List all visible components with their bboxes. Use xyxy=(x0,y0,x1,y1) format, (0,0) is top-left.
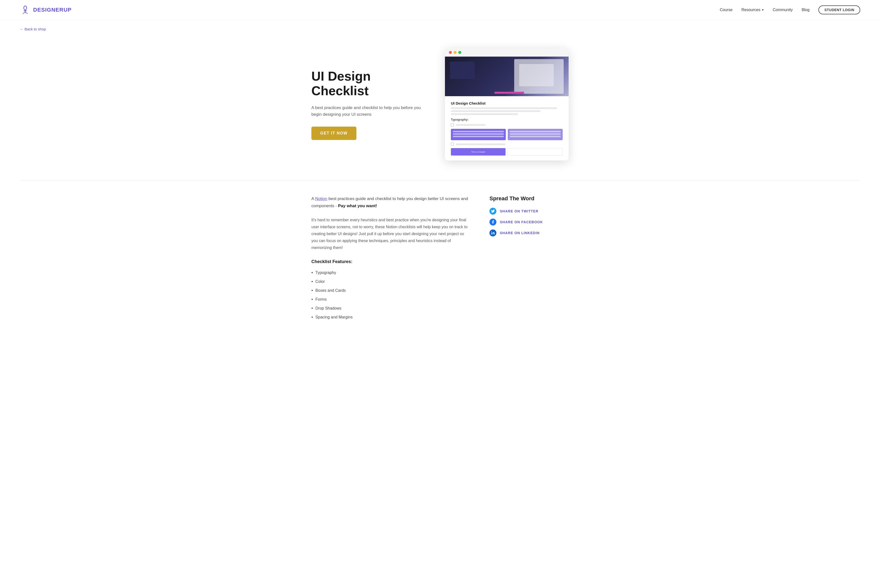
intro-prefix: A xyxy=(311,196,315,201)
mockup-image-area xyxy=(445,57,569,96)
mockup-text-1 xyxy=(451,107,557,109)
mockup-checkbox-text xyxy=(456,124,485,126)
mockup-checkbox-row xyxy=(451,123,563,126)
checklist-title: Checklist Features: xyxy=(311,259,470,264)
hero-description: A best practices guide and checklist to … xyxy=(311,104,430,118)
content-left: A Notion best practices guide and checkl… xyxy=(311,195,470,322)
share-facebook[interactable]: SHARE ON FACEBOOK xyxy=(490,219,569,225)
mockup-checkbox-2 xyxy=(451,142,454,146)
checklist-item-1: Typography xyxy=(311,268,470,277)
intro-middle: best practices guide and checklist to he… xyxy=(311,196,468,208)
mockup-card-text-4 xyxy=(510,131,561,132)
mockup-card-text-5 xyxy=(510,133,561,135)
linkedin-icon xyxy=(490,230,496,236)
nav-links: Course Resources Community Blog STUDENT … xyxy=(720,6,860,14)
mockup-checkbox-row-2 xyxy=(451,142,563,146)
mockup-card-2 xyxy=(508,129,563,140)
back-link-container: ← Back to shop xyxy=(0,20,880,34)
content-intro: A Notion best practices guide and checkl… xyxy=(311,195,470,210)
share-twitter[interactable]: SHARE ON TWITTER xyxy=(490,208,569,214)
hero-title: UI Design Checklist xyxy=(311,69,430,99)
dot-red xyxy=(449,51,452,54)
mockup-topbar xyxy=(445,48,569,57)
mockup-checkbox-text-2 xyxy=(456,143,505,145)
mockup-card-text-1 xyxy=(453,131,504,132)
mockup-card-text-3 xyxy=(453,136,504,137)
content-body: It's hard to remember every heuristics a… xyxy=(311,217,470,251)
mockup-card-text-6 xyxy=(510,136,561,137)
twitter-svg xyxy=(491,209,495,213)
checklist-item-6: Spacing and Margins xyxy=(311,313,470,322)
mockup-checkbox xyxy=(451,123,454,126)
content-right: Spread The Word SHARE ON TWITTER SHARE O… xyxy=(490,195,569,322)
dot-green xyxy=(458,51,461,54)
facebook-svg xyxy=(491,220,495,224)
intro-bold: Pay what you want! xyxy=(338,204,377,208)
mockup-grid-row xyxy=(451,129,563,140)
facebook-icon xyxy=(490,219,496,225)
hero-right: UI Design Checklist Typography: xyxy=(445,48,569,160)
nav-resources[interactable]: Resources xyxy=(742,8,764,12)
checklist-item-5: Drop Shadows xyxy=(311,304,470,313)
nav-community[interactable]: Community xyxy=(773,8,793,12)
mockup-card-text-2 xyxy=(453,133,504,135)
nav-blog[interactable]: Blog xyxy=(802,8,809,12)
linkedin-svg xyxy=(491,231,495,235)
mockup-card-1 xyxy=(451,129,506,140)
hero-section: UI Design Checklist A best practices gui… xyxy=(291,34,589,180)
logo-icon xyxy=(20,4,31,15)
mockup-content: UI Design Checklist Typography: xyxy=(445,96,569,160)
social-share-list: SHARE ON TWITTER SHARE ON FACEBOOK SH xyxy=(490,208,569,236)
mockup-section-title: UI Design Checklist xyxy=(451,101,563,105)
back-to-shop-link[interactable]: ← Back to shop xyxy=(20,27,860,31)
svg-point-4 xyxy=(491,231,492,232)
mockup-header-label-1: This is a header xyxy=(471,151,485,153)
twitter-label[interactable]: SHARE ON TWITTER xyxy=(500,209,538,213)
get-it-now-button[interactable]: GET IT NOW xyxy=(311,127,356,140)
mockup-text-2 xyxy=(451,110,541,112)
checklist-item-2: Color xyxy=(311,277,470,286)
hero-left: UI Design Checklist A best practices gui… xyxy=(311,69,430,140)
chevron-down-icon xyxy=(762,9,764,10)
dot-yellow xyxy=(454,51,457,54)
mockup-subtitle: Typography: xyxy=(451,118,563,122)
mockup-header-preview: This is a header xyxy=(451,148,563,156)
product-mockup: UI Design Checklist Typography: xyxy=(445,48,569,160)
student-login-button[interactable]: STUDENT LOGIN xyxy=(818,6,860,14)
nav-course[interactable]: Course xyxy=(720,8,733,12)
facebook-label[interactable]: SHARE ON FACEBOOK xyxy=(500,220,543,224)
mockup-header-box-2 xyxy=(508,148,563,156)
notion-link[interactable]: Notion xyxy=(315,196,327,201)
checklist-item-4: Forms xyxy=(311,295,470,304)
linkedin-label[interactable]: SHARE ON LINKEDIN xyxy=(500,231,540,235)
navbar: DESIGNERUP Course Resources Community Bl… xyxy=(0,0,880,20)
checklist-list: Typography Color Boxes and Cards Forms D… xyxy=(311,268,470,322)
content-section: A Notion best practices guide and checkl… xyxy=(291,180,589,336)
twitter-icon xyxy=(490,208,496,214)
mockup-text-3 xyxy=(451,113,518,115)
checklist-item-3: Boxes and Cards xyxy=(311,286,470,295)
logo-link[interactable]: DESIGNERUP xyxy=(20,4,72,15)
brand-name: DESIGNERUP xyxy=(33,7,72,13)
share-linkedin[interactable]: SHARE ON LINKEDIN xyxy=(490,230,569,236)
mockup-header-box-1: This is a header xyxy=(451,148,506,156)
spread-title: Spread The Word xyxy=(490,195,569,202)
